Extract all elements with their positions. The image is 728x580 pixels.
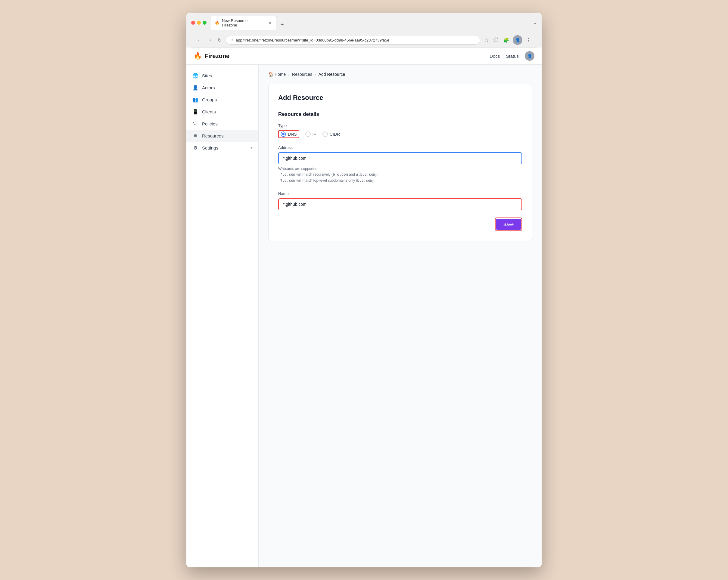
sidebar-label-settings: Settings xyxy=(202,145,218,150)
section-title: Resource details xyxy=(278,111,522,117)
cidr-label: CIDR xyxy=(330,132,340,137)
url-text: app.firez.one/firezone/resources/new?sit… xyxy=(236,38,476,43)
minimize-dot[interactable] xyxy=(197,21,201,25)
resources-icon: ≡ xyxy=(192,133,199,139)
logo-text: Firezone xyxy=(205,53,229,60)
ip-radio-option[interactable]: IP xyxy=(305,132,316,137)
sidebar-item-actors[interactable]: 👤 Actors xyxy=(186,82,258,93)
breadcrumb-sep-2: › xyxy=(315,72,316,77)
breadcrumb-sep-1: › xyxy=(288,72,290,77)
sidebar-item-clients[interactable]: 📱 Clients xyxy=(186,106,258,118)
maximize-dot[interactable] xyxy=(203,21,207,25)
breadcrumb-home[interactable]: 🏠 Home xyxy=(268,72,286,77)
profile-avatar[interactable]: 👤 xyxy=(513,35,522,45)
name-label: Name xyxy=(278,191,522,196)
form-actions: Save xyxy=(278,218,522,231)
sidebar-item-settings[interactable]: ⚙ Settings ▾ xyxy=(186,142,258,154)
address-input-wrapper xyxy=(278,152,522,164)
type-field: Type DNS IP xyxy=(278,123,522,138)
sidebar: 🌐 Sites 👤 Actors 👥 Groups 📱 Clients 🛡 xyxy=(186,65,259,568)
logo-icon: 🔥 xyxy=(193,52,202,60)
sidebar-item-policies[interactable]: 🛡 Policies xyxy=(186,118,258,130)
home-icon: 🏠 xyxy=(268,72,274,77)
sidebar-label-clients: Clients xyxy=(202,109,216,114)
ip-label: IP xyxy=(313,132,316,137)
docs-link[interactable]: Docs xyxy=(490,54,500,59)
sidebar-label-sites: Sites xyxy=(202,73,212,78)
active-tab[interactable]: 🔥 New Resource · Firezone ✕ xyxy=(210,16,277,30)
sidebar-item-sites[interactable]: 🌐 Sites xyxy=(186,70,258,82)
add-resource-card: Add Resource Resource details Type DNS xyxy=(268,84,532,241)
header-nav: Docs Status 👤 xyxy=(490,51,535,61)
clients-icon: 📱 xyxy=(192,109,199,115)
cidr-radio-option[interactable]: CIDR xyxy=(322,132,340,137)
browser-menu-button[interactable]: ⋮ xyxy=(525,36,532,44)
breadcrumb-resources[interactable]: Resources xyxy=(292,72,312,77)
name-input[interactable] xyxy=(279,199,521,210)
logo: 🔥 Firezone xyxy=(193,52,229,60)
address-label: Address xyxy=(278,145,522,150)
content-area: 🏠 Home › Resources › Add Resource Add Re… xyxy=(259,65,542,568)
address-bar[interactable]: ⊙ app.firez.one/firezone/resources/new?s… xyxy=(226,36,480,45)
tab-favicon-icon: 🔥 xyxy=(215,21,219,25)
refresh-button[interactable]: ↻ xyxy=(216,36,223,44)
app-header: 🔥 Firezone Docs Status 👤 xyxy=(186,48,542,65)
page-title: Add Resource xyxy=(278,94,522,102)
extensions-button[interactable]: 🧩 xyxy=(502,36,510,44)
sidebar-label-resources: Resources xyxy=(202,133,224,138)
info-button[interactable]: ⓘ xyxy=(492,36,499,45)
status-link[interactable]: Status xyxy=(506,54,519,59)
sidebar-label-actors: Actors xyxy=(202,85,215,90)
groups-icon: 👥 xyxy=(192,96,199,103)
policies-icon: 🛡 xyxy=(192,121,199,127)
name-input-wrapper xyxy=(278,198,522,210)
dns-radio-option[interactable]: DNS xyxy=(281,132,297,137)
sites-icon: 🌐 xyxy=(192,73,199,79)
back-button[interactable]: ← xyxy=(196,36,203,44)
sidebar-label-groups: Groups xyxy=(202,97,217,102)
actors-icon: 👤 xyxy=(192,85,199,90)
name-field: Name xyxy=(278,191,522,210)
sidebar-item-resources[interactable]: ≡ Resources xyxy=(186,130,258,142)
user-avatar[interactable]: 👤 xyxy=(525,51,535,61)
type-radio-group: DNS IP CIDR xyxy=(278,130,522,138)
sidebar-item-groups[interactable]: 👥 Groups xyxy=(186,93,258,106)
save-button[interactable]: Save xyxy=(496,219,521,230)
forward-button[interactable]: → xyxy=(206,36,213,44)
address-input[interactable] xyxy=(279,153,521,164)
type-label: Type xyxy=(278,123,522,128)
ip-radio-input[interactable] xyxy=(305,132,311,137)
browser-menu-chevron[interactable]: ⌄ xyxy=(533,20,537,26)
dns-radio-input[interactable] xyxy=(281,132,286,137)
address-field: Address Wildcards are supported: *.c.com… xyxy=(278,145,522,184)
save-button-wrapper: Save xyxy=(495,218,522,231)
security-icon: ⊙ xyxy=(230,38,233,42)
dns-label: DNS xyxy=(288,132,297,137)
sidebar-label-policies: Policies xyxy=(202,121,218,126)
settings-icon: ⚙ xyxy=(192,145,199,151)
breadcrumb: 🏠 Home › Resources › Add Resource xyxy=(268,72,532,77)
dns-option-wrapper: DNS xyxy=(278,130,299,138)
close-dot[interactable] xyxy=(191,21,195,25)
new-tab-button[interactable]: + xyxy=(278,20,287,30)
address-hint: Wildcards are supported: *.c.com will ma… xyxy=(278,166,522,184)
tab-title: New Resource · Firezone xyxy=(222,18,265,27)
cidr-radio-input[interactable] xyxy=(322,132,328,137)
tab-close-button[interactable]: ✕ xyxy=(268,21,272,25)
bookmark-button[interactable]: ☆ xyxy=(483,36,490,44)
breadcrumb-current: Add Resource xyxy=(318,72,345,77)
settings-chevron-icon: ▾ xyxy=(251,146,252,150)
